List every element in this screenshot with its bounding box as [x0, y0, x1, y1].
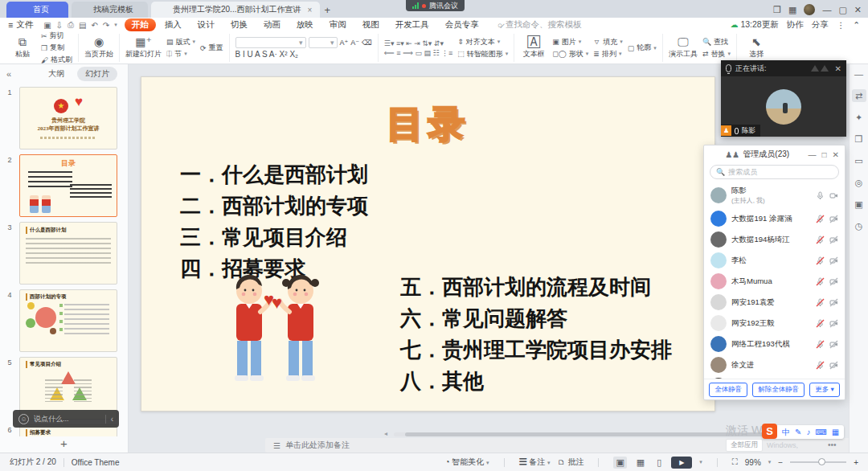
paste-button[interactable]: ⧉ 粘贴 [9, 36, 36, 59]
ime-pen-icon[interactable]: ✎ [795, 428, 801, 436]
slide-thumbnail-row[interactable]: 2 ★♥ 目录 目录 [0, 154, 128, 217]
member-row[interactable]: 大数据194杨琦江 [704, 229, 845, 250]
increase-font-icon[interactable]: A⁺ [340, 37, 349, 48]
collaborate-button[interactable]: 协作 [787, 19, 804, 31]
ime-more-icon[interactable]: ••• [828, 440, 837, 449]
toc-item[interactable]: 一．什么是西部计划 [180, 159, 368, 190]
record-icon[interactable]: ◎ [852, 176, 866, 189]
properties-sliders-icon[interactable]: ⇄ [852, 89, 866, 102]
zoom-slider-knob[interactable] [818, 458, 825, 465]
font-style-buttons[interactable]: B I U A S A· X² X₂ [235, 50, 372, 59]
smart-beautify-button[interactable]: ◔ 智能美化 ▾ [444, 457, 489, 468]
member-mic-icon[interactable] [816, 191, 825, 200]
members-footer-button[interactable]: 解除全体静音 [752, 383, 805, 397]
meeting-video-panel[interactable]: 正在讲话: ✕ ♟ 陈影 [721, 60, 846, 137]
member-mic-icon[interactable] [816, 298, 825, 307]
replace-button[interactable]: ⇄替换▾ [702, 49, 731, 59]
ime-lang-icon[interactable]: 中 [782, 427, 790, 438]
member-camera-icon[interactable] [829, 191, 838, 200]
window-tab[interactable]: 贵州理工学院20...西部计划工作宣讲 × [151, 2, 320, 18]
add-slide-button[interactable]: + [0, 436, 128, 453]
reset-button[interactable]: ⟳重置 [200, 43, 223, 53]
history-clock-icon[interactable]: ◷ [852, 219, 866, 232]
toc-item[interactable]: 三．常见项目介绍 [180, 222, 368, 253]
slide-thumbnail[interactable]: ★♥ 什么是西部计划 什么是西部计划 什么是西部计划 [19, 222, 117, 285]
collapse-panel-icon[interactable]: « [6, 69, 11, 79]
ribbon-tab[interactable]: 审阅 [322, 18, 354, 31]
member-row[interactable]: 网络工程193代棋 [704, 334, 845, 354]
more-menu-icon[interactable]: ⋮ [837, 20, 845, 30]
collapse-strip-icon[interactable]: — [852, 68, 866, 80]
share-button[interactable]: 分享 [812, 19, 829, 31]
undo-icon[interactable]: ↶ [88, 21, 100, 30]
slide-thumbnail[interactable]: ★♥ 贵州理工学院 2023年西部计划工作宣讲 贵州理工学院 贵 [19, 87, 117, 149]
member-camera-icon[interactable] [829, 319, 838, 328]
member-mic-icon[interactable] [816, 277, 825, 286]
fill-button[interactable]: 🜄填充▾ [593, 37, 623, 47]
ime-toolbar[interactable]: S 中 ✎ ♪ ⌨ ▦ [762, 425, 844, 439]
cut-button[interactable]: ✂剪切 [41, 31, 72, 41]
member-mic-icon[interactable] [816, 340, 825, 349]
slide-thumbnail-row[interactable]: 4 ★♥ 西部计划的专项 西部计划的专项 [0, 289, 128, 352]
copy-button[interactable]: ❐复制 [41, 43, 72, 53]
ribbon-tab[interactable]: 动画 [256, 18, 288, 31]
member-mic-icon[interactable] [816, 361, 825, 370]
ribbon-tab[interactable]: 开发工具 [388, 18, 436, 31]
member-camera-icon[interactable] [829, 340, 838, 349]
picture-button[interactable]: ▣图片▾ [552, 37, 588, 47]
ribbon-tab[interactable]: 插入 [158, 18, 189, 31]
toc-item[interactable]: 八．其他 [400, 366, 672, 397]
members-footer-button[interactable]: 全体静音 [709, 383, 747, 397]
window-tab[interactable]: 找稿完模板 [72, 2, 148, 18]
slide-sorter-view-icon[interactable]: ▦ [634, 457, 647, 469]
select-button[interactable]: ⬉ 选择 [743, 36, 770, 59]
member-row[interactable]: 徐文进 [704, 354, 845, 375]
section-button[interactable]: ⎅节▾ [166, 49, 195, 59]
close-video-panel-icon[interactable]: ✕ [835, 64, 841, 73]
member-camera-icon[interactable] [829, 277, 838, 286]
ribbon-tab[interactable]: 视图 [355, 18, 387, 31]
zoom-level[interactable]: 99% [745, 458, 761, 467]
member-mic-icon[interactable] [816, 256, 825, 265]
sogou-logo-icon[interactable]: S [762, 424, 777, 439]
members-close-icon[interactable]: ✕ [833, 150, 839, 159]
cloud-sync-status[interactable]: ☁ 13:28更新 [730, 19, 778, 31]
reading-view-icon[interactable]: ▯ [654, 457, 664, 469]
member-camera-icon[interactable] [829, 298, 838, 307]
chat-input-placeholder[interactable]: 说点什么... [34, 414, 100, 424]
user-avatar[interactable] [804, 4, 815, 15]
hscroll-left-arrow[interactable]: ◂ [384, 430, 387, 437]
slide-thumbnail[interactable]: ★♥ 西部计划的专项 西部计划的专项 西部计划的专项 [19, 289, 117, 352]
members-minimize-icon[interactable]: — [809, 150, 817, 159]
bullet-numbering-buttons[interactable]: ☰▾ ≡▾ ⇤ ⇥ ⇅▾ ⇵▾ [384, 39, 452, 47]
emoji-icon[interactable]: ☺ [18, 414, 29, 424]
theme-name[interactable]: Office Theme [72, 458, 120, 467]
notes-toggle-button[interactable]: ☰ 备注 ▾ [519, 457, 551, 468]
preview-icon[interactable]: ▤ [76, 21, 88, 30]
member-mic-icon[interactable] [816, 215, 825, 223]
zoom-options-icon[interactable]: ▾ [768, 459, 772, 465]
ribbon-tab[interactable]: 会员专享 [438, 18, 486, 31]
align-buttons[interactable]: ⟸ ≡ ⟹ ▭ ▤ ☷ ⋮≡ [384, 49, 452, 57]
member-search-input[interactable]: 🔍 搜索成员 [710, 165, 839, 179]
redo-icon[interactable]: ↷ [100, 21, 112, 30]
font-family-select[interactable]: ▾ [235, 37, 306, 48]
ribbon-tab[interactable]: 开始 [125, 18, 156, 31]
toc-item[interactable]: 七．贵州理工学院项目办安排 [400, 334, 672, 366]
print-icon[interactable]: ⎙ [65, 20, 76, 30]
members-maximize-icon[interactable]: □ [822, 150, 827, 159]
member-row[interactable]: 大数据191 涂露涵 [704, 208, 845, 229]
member-row[interactable]: 陈影 (主持人, 我) [704, 182, 845, 208]
export-icon[interactable]: ⇩ [54, 21, 65, 30]
more-commands-icon[interactable]: ▾ [112, 22, 120, 28]
member-row[interactable]: 网安192王毅 [704, 313, 845, 334]
ribbon-tab[interactable]: 设计 [190, 18, 222, 31]
save-icon[interactable]: ▣ [41, 21, 53, 30]
member-row[interactable]: 李松 [704, 250, 845, 271]
outline-button[interactable]: ▢轮廓▾ [628, 43, 657, 53]
speaker-video-tile[interactable]: ♟ 陈影 [721, 76, 846, 137]
export-card-icon[interactable]: ▭ [852, 154, 866, 167]
file-menu[interactable]: ≡ 文件 [0, 19, 41, 31]
slide-thumbnail-row[interactable]: 1 ★♥ 贵州理工学院 2023年西部计划工作宣讲 贵州理工学院 [0, 87, 128, 149]
maximize-button[interactable]: ▢ [838, 6, 846, 14]
